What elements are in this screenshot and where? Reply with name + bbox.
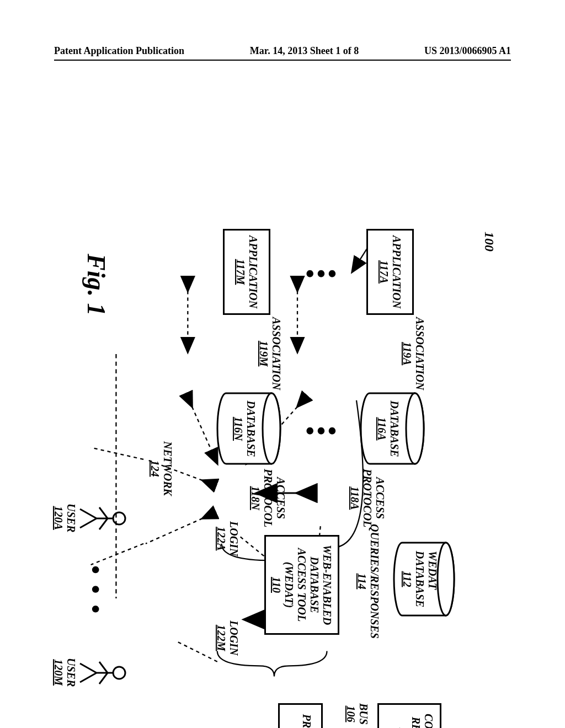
network-label: NETWORK 124	[148, 441, 174, 496]
svg-line-11	[175, 641, 217, 662]
svg-point-24	[113, 667, 125, 679]
svg-line-15	[91, 448, 144, 459]
user-a-icon	[77, 499, 127, 538]
svg-point-23	[113, 512, 125, 524]
wedat-db-title: WEDAT DATABASE	[413, 551, 439, 607]
user-m-label: USER 120M	[52, 658, 77, 687]
crm-box: COMPUTER- READABLE MEDIA108	[377, 703, 441, 728]
apps-ellipsis: •••	[303, 259, 337, 288]
user-a-label: USER 120A	[52, 504, 77, 532]
user-m-icon	[77, 654, 127, 692]
users-ellipsis: • • •	[81, 565, 110, 615]
application-m-box: APPLICATION117M	[223, 229, 270, 315]
database-n-ref: 116N	[232, 417, 244, 441]
svg-line-16	[91, 544, 144, 565]
svg-line-13	[146, 518, 202, 544]
ref-100: 100	[481, 232, 497, 251]
bus-label: BUS 106	[344, 703, 370, 725]
figure-label: Fig. 1	[81, 254, 110, 315]
queries-responses-label: QUERIES/RESPONSES 114	[355, 524, 381, 639]
wedat-title: WEB-ENABLED DATABASE ACCESS TOOL (WEDAT)	[283, 545, 334, 625]
database-a-title: DATABASE	[388, 400, 401, 457]
dbs-ellipsis: •••	[303, 416, 337, 446]
database-a-ref: 116A	[375, 417, 388, 440]
database-n-cyl: DATABASE116N	[215, 392, 281, 466]
svg-line-0	[352, 249, 367, 272]
access-protocol-n-label: ACCESS PROTOCOL 118N	[249, 469, 287, 527]
header-rule	[54, 60, 511, 61]
database-a-cyl: DATABASE116A	[359, 392, 425, 466]
header-center: Mar. 14, 2013 Sheet 1 of 8	[250, 45, 359, 57]
application-m-title: APPLICATION	[247, 235, 259, 308]
access-protocol-a-label: ACCESS PROTOCOL 118A	[348, 469, 386, 527]
application-a-ref: 117A	[377, 260, 390, 283]
header-left: Patent Application Publication	[54, 45, 184, 57]
crm-title: COMPUTER- READABLE MEDIA	[397, 714, 435, 728]
processor-title: PROCESSOR	[301, 714, 313, 728]
association-m-label: ASSOCIATION 119M	[257, 317, 282, 390]
login-a-label: LOGIN 122A	[215, 521, 240, 556]
association-a-label: ASSOCIATION 119A	[401, 317, 426, 390]
application-m-ref: 117M	[234, 259, 247, 285]
header-right: US 2013/0066905 A1	[424, 45, 511, 57]
wedat-database-cyl: WEDAT DATABASE112	[392, 540, 455, 618]
application-a-title: APPLICATION	[390, 235, 403, 308]
wedat-db-ref: 112	[401, 571, 413, 587]
svg-line-4	[192, 406, 217, 463]
processor-box: PROCESSOR104	[278, 703, 323, 728]
login-m-label: LOGIN 122M	[215, 620, 240, 655]
application-a-box: APPLICATION117A	[366, 229, 414, 315]
figure-1-diagram: 100 APPLICATION117A ••• APPLICATION117M …	[0, 223, 508, 670]
page-header: Patent Application Publication Mar. 14, …	[0, 45, 565, 57]
database-n-title: DATABASE	[244, 400, 257, 457]
wedat-box: WEB-ENABLED DATABASE ACCESS TOOL (WEDAT)…	[264, 535, 339, 635]
wedat-ref: 110	[270, 577, 283, 593]
